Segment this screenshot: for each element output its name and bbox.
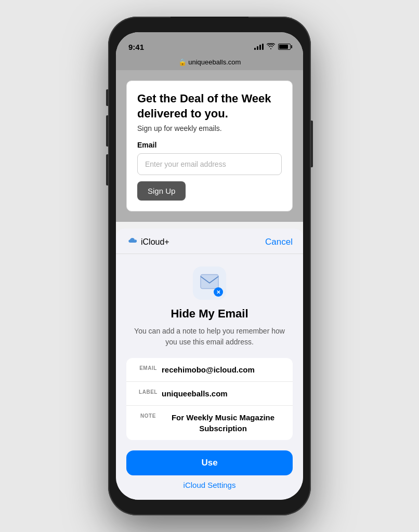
sheet-actions: Use iCloud Settings	[116, 440, 303, 489]
signal-bar-4	[262, 44, 264, 50]
email-input[interactable]: Enter your email address	[137, 153, 282, 175]
status-icons	[254, 43, 291, 51]
signal-bar-1	[254, 48, 256, 50]
power-button	[311, 121, 313, 167]
svg-rect-0	[201, 274, 218, 288]
volume-down-button	[106, 154, 108, 185]
hme-badge-x-icon: ✕	[216, 289, 220, 295]
sheet-title: Hide My Email	[128, 307, 291, 321]
label-row: LABEL uniqueeballs.com	[126, 382, 293, 406]
status-time: 9:41	[128, 43, 144, 51]
battery-fill	[279, 45, 288, 49]
icloud-sheet: iCloud+ Cancel ✕	[116, 229, 303, 500]
mute-button	[106, 89, 108, 106]
info-rows: EMAIL recehimobo@icloud.com LABEL unique…	[126, 358, 293, 440]
website-headline: Get the Deal of the Week delivered to yo…	[137, 91, 282, 121]
website-subtitle: Sign up for weekly emails.	[137, 124, 282, 132]
email-row: EMAIL recehimobo@icloud.com	[126, 358, 293, 382]
lock-icon: 🔒	[178, 58, 189, 66]
icloud-brand: iCloud+	[126, 237, 169, 247]
email-row-key: EMAIL	[135, 364, 162, 371]
icloud-label: iCloud+	[141, 237, 169, 247]
signal-bar-2	[257, 46, 258, 50]
sheet-header: iCloud+ Cancel	[116, 229, 303, 254]
signal-icon	[254, 44, 264, 50]
label-row-key: LABEL	[135, 388, 162, 395]
icloud-settings-link[interactable]: iCloud Settings	[184, 481, 236, 489]
email-label: Email	[137, 141, 282, 149]
sheet-body: ✕ Hide My Email You can add a note to he…	[116, 254, 303, 440]
url-bar[interactable]: 🔒 uniqueeballs.com	[116, 55, 303, 70]
website-background: Get the Deal of the Week delivered to yo…	[116, 70, 303, 222]
phone-screen: 9:41	[116, 32, 303, 500]
icloud-icon	[126, 237, 138, 247]
signup-button[interactable]: Sign Up	[137, 181, 186, 201]
sheet-description: You can add a note to help you remember …	[128, 326, 291, 348]
note-row-value: For Weekly Music Magazine Subscription	[162, 412, 284, 434]
notch	[171, 17, 248, 31]
website-card: Get the Deal of the Week delivered to yo…	[126, 81, 293, 211]
note-row[interactable]: NOTE For Weekly Music Magazine Subscript…	[126, 406, 293, 440]
note-row-key: NOTE	[135, 412, 162, 419]
use-button[interactable]: Use	[126, 450, 293, 475]
battery-icon	[278, 44, 291, 50]
email-row-value: recehimobo@icloud.com	[162, 364, 255, 375]
signal-bar-3	[259, 45, 261, 50]
phone-frame: 9:41	[108, 17, 311, 515]
url-text: uniqueeballs.com	[188, 58, 241, 66]
label-row-value: uniqueeballs.com	[162, 388, 228, 399]
status-bar: 9:41	[116, 32, 303, 55]
volume-up-button	[106, 115, 108, 147]
hme-badge: ✕	[214, 287, 223, 297]
wifi-icon	[267, 43, 275, 51]
cancel-button[interactable]: Cancel	[265, 237, 293, 247]
hide-my-email-icon-wrapper: ✕	[193, 267, 226, 300]
